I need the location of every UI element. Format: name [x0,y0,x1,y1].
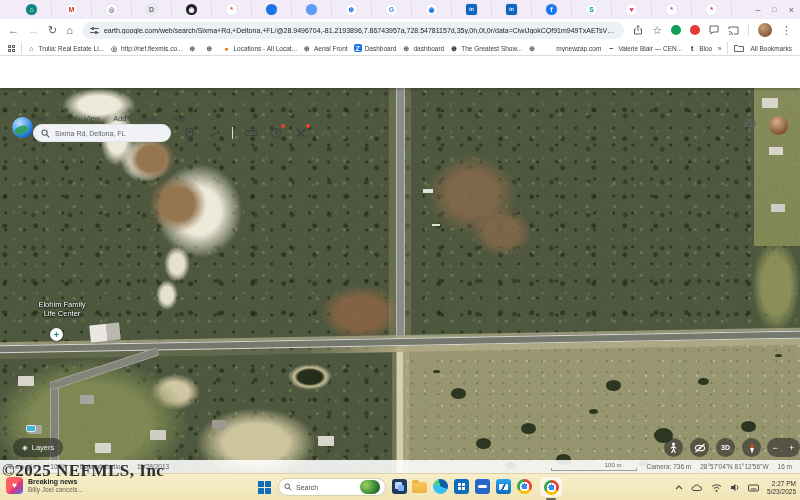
data-attribution-link[interactable]: Data attribution [80,463,124,470]
pinned-tab[interactable]: ◉ [412,2,452,17]
all-bookmarks-button[interactable]: All Bookmarks [750,45,792,52]
settings-gear-icon[interactable] [743,117,757,135]
forward-icon[interactable]: → [28,25,39,36]
onedrive-cloud-icon[interactable] [691,483,703,492]
taskbar-clock[interactable]: 2:27 PM 5/23/2025 [767,480,796,496]
pinned-tab[interactable]: ◉ [172,2,212,17]
wifi-icon[interactable] [711,484,722,492]
news-widget[interactable]: ♥ Breaking news Billy Joel cancels... [6,477,83,494]
pinned-tab[interactable]: G [372,2,412,17]
volume-icon[interactable] [730,483,740,492]
back-icon[interactable]: ← [8,25,19,36]
pinned-tab[interactable]: * [212,2,252,17]
share-icon[interactable] [633,21,643,39]
bookmark-item[interactable]: mynewzap.com [545,44,601,52]
taskbar-app-pinned[interactable] [475,479,491,495]
minimize-button[interactable]: – [755,5,760,15]
map-viewport[interactable]: Elohim Family Life Center + ◈ Layers 3D … [0,88,800,473]
menu-item[interactable]: Tools [140,114,158,123]
bookmark-item[interactable]: ⊕ [528,44,539,52]
collapse-toolbar-chevron-icon[interactable] [319,126,333,140]
3d-button[interactable]: 3D [716,438,735,457]
bookmark-item[interactable]: ⊕dashboard [402,44,444,52]
taskbar-app-chrome[interactable] [517,479,533,495]
historical-imagery-clock-icon[interactable] [269,126,283,140]
google-logo: Google [8,462,37,471]
bookmark-item[interactable]: ⊕Aerial Front [303,44,348,52]
pinned-tab[interactable] [292,2,332,17]
pinned-tab[interactable] [252,2,292,17]
bookmark-label: Aerial Front [314,45,348,52]
bookmark-item[interactable]: ◎http://nef.flexmls.co... [110,44,182,52]
bookmark-item[interactable]: ~Valerie Blair — CEN... [607,44,682,52]
cast-icon[interactable] [728,21,739,39]
bookmark-item[interactable]: ⌂Trulia: Real Estate Li... [27,44,104,52]
pinned-tab[interactable]: S [572,2,612,17]
touch-keyboard-icon[interactable] [748,484,759,492]
layers-button[interactable]: ◈ Layers [13,438,63,457]
pinned-tab[interactable]: ⌂ [12,2,52,17]
earth-account-avatar[interactable] [769,116,788,135]
menu-item[interactable]: File [33,114,45,123]
pinned-tab[interactable]: ⊕ [332,2,372,17]
apps-grid-icon[interactable] [8,45,15,52]
pinned-tab[interactable]: in [492,2,532,17]
bookmarks-overflow-chevron[interactable]: » [718,45,722,52]
zoom-out-button[interactable]: − [773,443,778,453]
pinned-tab[interactable]: D [132,2,172,17]
task-view-button[interactable] [392,479,407,494]
zoom-in-button[interactable]: + [789,443,794,453]
maximize-button[interactable]: □ [773,6,777,13]
address-bar[interactable]: earth.google.com/web/search/Sixma+Rd,+De… [82,22,624,39]
taskbar-app-file-explorer[interactable] [412,479,428,495]
pinned-tab[interactable]: ◎ [92,2,132,17]
start-button[interactable] [258,481,271,494]
pinned-tab[interactable]: * [692,2,732,17]
hidden-icons-chevron[interactable] [675,485,683,490]
pinned-tab[interactable]: f [532,2,572,17]
extension-green-icon[interactable] [671,25,681,35]
pegman-button[interactable] [664,438,683,457]
poi-marker-icon[interactable]: + [50,328,63,341]
compass[interactable] [742,438,761,457]
menu-item[interactable]: Edit [58,114,71,123]
toolbar-divider [748,24,749,36]
taskbar-app-store[interactable] [454,479,470,495]
pinned-tab[interactable]: * [652,2,692,17]
bookmark-item[interactable]: ●Locations - All Locat... [222,44,297,52]
hide-photos-eye-icon[interactable] [690,438,709,457]
measure-ruler-icon[interactable] [244,126,258,140]
menu-item[interactable]: View [84,114,100,123]
crossed-tools-icon[interactable] [294,126,308,140]
bookmark-favicon-icon: Z [354,44,362,52]
site-info-icon[interactable] [90,26,99,35]
extension-adblock-icon[interactable] [690,25,700,35]
clock-date: 5/23/2025 [767,488,796,496]
taskbar-app-outlook[interactable] [496,479,512,495]
taskbar-app-edge[interactable] [433,479,449,495]
menu-item[interactable]: Help [170,114,185,123]
camera-altitude: Camera: 736 m [646,463,691,470]
bookmark-item[interactable]: ⊕ [205,44,216,52]
taskbar-search[interactable]: Search [278,478,386,496]
profile-avatar[interactable] [758,23,772,37]
bookmark-item[interactable]: ZDashboard [354,44,397,52]
bookmark-item[interactable]: tBlood, Urine & Oth... [688,44,712,52]
close-button[interactable]: × [789,5,794,15]
bookmark-item[interactable]: ⊕The Greatest Show... [450,44,522,52]
pinned-tab[interactable]: M [52,2,92,17]
placemark-pin-icon[interactable] [182,126,196,140]
menu-kebab-icon[interactable]: ⋮ [781,25,792,36]
menu-item[interactable]: Add [113,114,126,123]
bookmark-star-icon[interactable]: ☆ [652,25,662,36]
earth-search-input[interactable]: Sixma Rd, Deltona, FL [33,124,171,142]
reload-icon[interactable]: ↻ [48,25,57,36]
pinned-tab[interactable]: ♥ [612,2,652,17]
taskbar-app-chrome-active[interactable] [540,477,562,497]
bookmark-item[interactable]: ⊕ [188,44,199,52]
home-icon[interactable]: ⌂ [66,25,73,36]
extension-chat-icon[interactable] [709,21,719,39]
pinned-tab[interactable]: in [452,2,492,17]
draw-path-icon[interactable] [207,126,221,140]
search-highlight-thumbnail[interactable] [360,480,380,494]
